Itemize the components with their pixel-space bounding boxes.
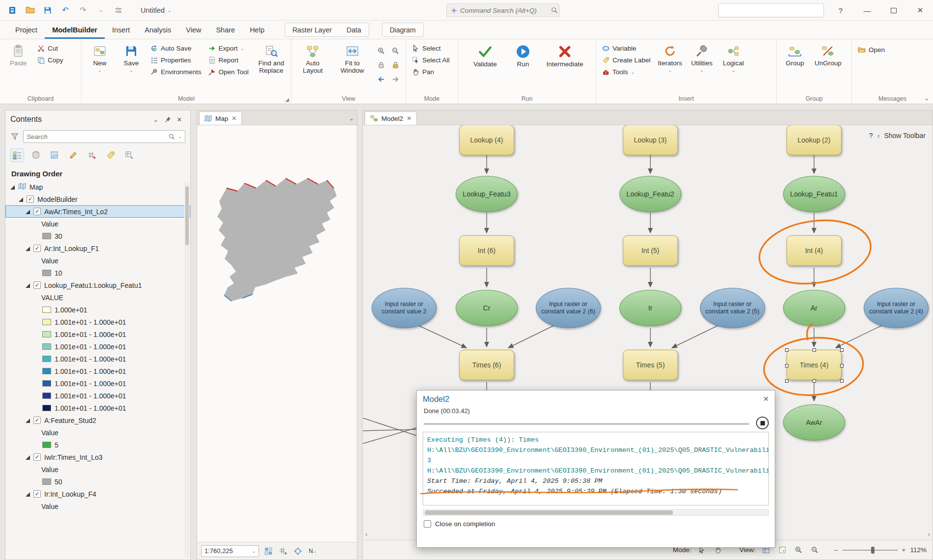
dialog-hscroll-thumb[interactable] xyxy=(425,510,673,515)
layer-visibility-checkbox[interactable]: ✓ xyxy=(33,208,41,215)
tree-item-30[interactable]: 30 xyxy=(5,230,190,242)
select-all-button[interactable]: Select All xyxy=(410,56,452,64)
tree-item-value[interactable]: Value xyxy=(5,463,190,476)
model-node-awar[interactable]: AwAr xyxy=(783,404,845,441)
redo-icon[interactable]: ↷ xyxy=(76,3,90,17)
customize-quick-access-icon[interactable] xyxy=(111,3,126,17)
tree-item-1-001e-01-1-000e-01[interactable]: 1.001e+01 - 1.000e+01 xyxy=(5,353,190,365)
search-history-chevron-icon[interactable]: ⌄ xyxy=(178,135,182,139)
zoom-plus-button[interactable]: + xyxy=(902,546,906,554)
list-by-editing-button[interactable] xyxy=(66,148,80,162)
collapse-ribbon-button[interactable]: ⌄ xyxy=(924,95,929,102)
paste-button[interactable]: Paste xyxy=(4,42,32,69)
tree-item-1-001e-01-1-000e-01[interactable]: 1.001e+01 - 1.000e+01 xyxy=(5,377,190,390)
close-model-tab-icon[interactable]: ✕ xyxy=(407,115,411,122)
model-node-ir[interactable]: Ir xyxy=(619,290,681,326)
tree-item-modelbuilder[interactable]: ✓ModelBuilder xyxy=(5,193,190,205)
show-toolbar-control[interactable]: ? ‹ Show Toolbar xyxy=(869,131,926,140)
create-label-button[interactable]: Create Label xyxy=(600,56,652,64)
selection-handle[interactable] xyxy=(840,364,844,367)
logical-button[interactable]: Logical⌄ xyxy=(719,42,748,74)
tree-item-5[interactable]: 5 xyxy=(5,439,190,451)
tree-item-50[interactable]: 50 xyxy=(5,476,190,488)
command-search[interactable] xyxy=(446,3,559,17)
model-node-input3[interactable]: Input raster or constant value 2 (5) xyxy=(700,288,765,328)
selection-grid-icon[interactable] xyxy=(263,546,274,557)
view-layout-icon[interactable] xyxy=(776,544,788,556)
tab-insert[interactable]: Insert xyxy=(105,21,137,39)
map-tabs-chevron-icon[interactable]: ⌄ xyxy=(349,115,354,122)
open-tool-button[interactable]: Open Tool xyxy=(206,68,251,76)
expander-icon[interactable] xyxy=(26,417,30,424)
zoom-slider-thumb[interactable] xyxy=(871,547,875,554)
tab-analysis[interactable]: Analysis xyxy=(137,21,178,39)
variable-button[interactable]: Variable xyxy=(600,44,652,53)
tree-item-value[interactable]: Value xyxy=(5,500,190,512)
contents-menu-chevron-icon[interactable]: ⌄ xyxy=(150,113,162,125)
layer-visibility-checkbox[interactable]: ✓ xyxy=(27,196,34,203)
ungroup-button[interactable]: UnGroup xyxy=(812,42,844,69)
tab-view[interactable]: View xyxy=(178,21,208,39)
tab-project[interactable]: Project xyxy=(8,21,45,39)
layer-visibility-checkbox[interactable]: ✓ xyxy=(33,453,41,461)
auto-layout-button[interactable]: Auto Layout xyxy=(295,42,330,76)
expander-icon[interactable] xyxy=(26,245,30,252)
contents-search-box[interactable]: ⌄ xyxy=(23,130,185,143)
model-node-int5[interactable]: Int (5) xyxy=(623,235,678,266)
copy-button[interactable]: Copy xyxy=(35,56,65,64)
tree-item-1-001e-01-1-000e-01[interactable]: 1.001e+01 - 1.000e+01 xyxy=(5,390,190,402)
dialog-close-icon[interactable]: ✕ xyxy=(763,395,769,403)
model-node-lookup3[interactable]: Lookup (3) xyxy=(623,125,678,155)
list-by-selection-button[interactable] xyxy=(48,148,61,162)
close-map-tab-icon[interactable]: ✕ xyxy=(232,115,236,122)
maximize-button[interactable] xyxy=(884,1,904,19)
iterators-button[interactable]: Iterators⌄ xyxy=(655,42,685,74)
list-by-labeling-button[interactable] xyxy=(104,148,117,162)
project-icon[interactable] xyxy=(5,3,20,17)
tree-item-a-feature-stud2[interactable]: ✓A:Feature_Stud2 xyxy=(5,414,190,426)
model-group-launcher[interactable]: ◢ xyxy=(285,97,289,102)
tree-item-1-001e-01-1-000e-01[interactable]: 1.001e+01 - 1.000e+01 xyxy=(5,402,190,414)
open-project-icon[interactable] xyxy=(23,3,37,17)
contents-scrollbar[interactable] xyxy=(184,182,190,558)
selection-handle[interactable] xyxy=(840,379,844,383)
expander-icon[interactable] xyxy=(10,183,15,191)
tab-model2-view[interactable]: Model2 ✕ xyxy=(365,112,417,125)
select-button[interactable]: Select xyxy=(410,44,452,53)
expander-icon[interactable] xyxy=(26,281,30,289)
auto-save-button[interactable]: Auto Save xyxy=(148,44,204,53)
model-node-cr[interactable]: Cr xyxy=(456,290,518,326)
tree-item-value[interactable]: Value xyxy=(5,218,190,230)
model-node-input4[interactable]: Input raster or constant value 2 (4) xyxy=(864,288,929,328)
tools-button[interactable]: Tools⌄ xyxy=(600,68,652,76)
quick-access-chevron-icon[interactable]: ⌄ xyxy=(93,3,108,17)
layer-visibility-checkbox[interactable]: ✓ xyxy=(33,490,41,498)
tree-item-ir-int-lookup-f4[interactable]: ✓Ir:Int_Lookup_F4 xyxy=(5,488,190,500)
zoom-in-button[interactable] xyxy=(375,44,387,57)
group-button[interactable]: Group xyxy=(781,42,809,69)
expander-icon[interactable] xyxy=(19,196,23,203)
contents-close-icon[interactable]: ✕ xyxy=(174,113,185,125)
model-node-times4[interactable]: Times (4) xyxy=(787,350,842,380)
tree-item-value[interactable]: Value xyxy=(5,426,190,439)
list-by-charts-button[interactable] xyxy=(122,148,136,162)
model-node-input2[interactable]: Input raster or constant value 2 (6) xyxy=(536,288,601,328)
tree-item-1-001e-01-1-000e-01[interactable]: 1.001e+01 - 1.000e+01 xyxy=(5,328,190,340)
tab-help[interactable]: Help xyxy=(242,21,272,39)
contents-search-input[interactable] xyxy=(27,133,166,140)
tree-item-value[interactable]: Value xyxy=(5,254,190,267)
utilities-button[interactable]: Utilities⌄ xyxy=(688,42,716,74)
model-node-times5[interactable]: Times (5) xyxy=(623,350,678,380)
tree-item-lookup-featu1-lookup-featu1[interactable]: ✓Lookup_Featu1:Lookup_Featu1 xyxy=(5,279,190,291)
model-node-int6[interactable]: Int (6) xyxy=(459,235,514,266)
pin-icon[interactable] xyxy=(162,113,174,125)
layer-visibility-checkbox[interactable]: ✓ xyxy=(33,417,41,424)
selection-handle[interactable] xyxy=(785,379,788,383)
forward-button[interactable] xyxy=(389,73,402,85)
tab-share[interactable]: Share xyxy=(208,21,242,39)
save-project-icon[interactable] xyxy=(40,3,55,17)
tree-item-10[interactable]: 10 xyxy=(5,267,190,279)
crosshair-icon[interactable] xyxy=(292,546,303,557)
selection-handle[interactable] xyxy=(813,348,816,352)
map-view[interactable] xyxy=(197,125,357,542)
